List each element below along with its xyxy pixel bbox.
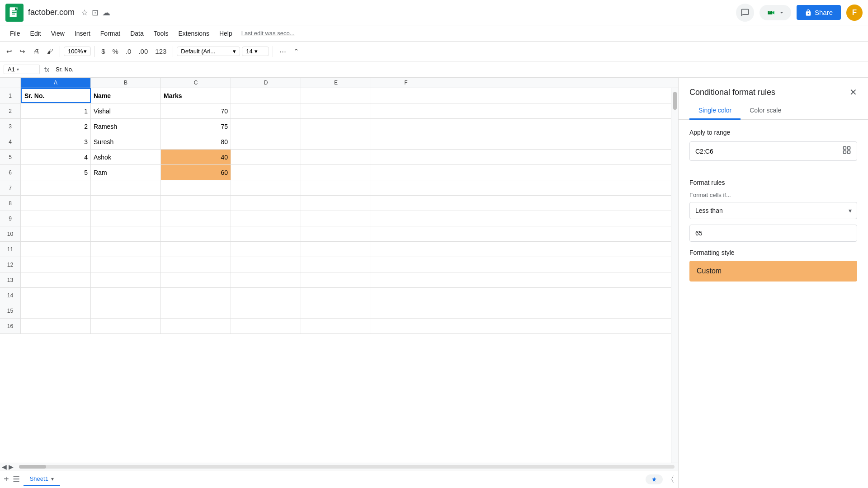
row-number[interactable]: 4 [0, 134, 21, 149]
cell-f1[interactable] [371, 88, 441, 103]
cell-a4[interactable]: 3 [21, 134, 91, 149]
share-button[interactable]: Share [797, 5, 841, 20]
number-format-button[interactable]: 123 [152, 46, 169, 57]
vertical-scroll-thumb[interactable] [673, 92, 677, 110]
row-number[interactable]: 12 [0, 257, 21, 272]
cell-c2[interactable]: 70 [161, 103, 231, 118]
col-header-f[interactable]: F [371, 78, 441, 88]
menu-file[interactable]: File [5, 28, 25, 39]
cell-c3[interactable]: 75 [161, 119, 231, 134]
comments-button[interactable] [736, 4, 754, 22]
cell-e4[interactable] [301, 134, 371, 149]
menu-extensions[interactable]: Extensions [174, 28, 213, 39]
tab-color-scale[interactable]: Color scale [741, 102, 790, 120]
cell-b1[interactable]: Name [91, 88, 161, 103]
add-sheet-button[interactable]: + [4, 474, 9, 484]
undo-button[interactable]: ↩ [4, 46, 15, 57]
meet-button[interactable] [760, 5, 791, 20]
row-number[interactable]: 6 [0, 165, 21, 180]
vertical-scrollbar[interactable] [671, 88, 678, 463]
cell-e2[interactable] [301, 103, 371, 118]
cell-d6[interactable] [231, 165, 301, 180]
cell-c5[interactable]: 40 [161, 150, 231, 164]
cell-c6[interactable]: 60 [161, 165, 231, 180]
cell-b2[interactable]: Vishal [91, 103, 161, 118]
decimal-more-button[interactable]: .00 [136, 46, 151, 57]
formula-input[interactable] [54, 65, 864, 74]
cell-b5[interactable]: Ashok [91, 150, 161, 164]
star-icon[interactable]: ☆ [81, 8, 88, 18]
percent-button[interactable]: % [110, 46, 121, 57]
horizontal-scroll-thumb[interactable] [19, 465, 46, 469]
print-button[interactable]: 🖨 [30, 46, 42, 57]
cell-e5[interactable] [301, 150, 371, 164]
row-number[interactable]: 13 [0, 272, 21, 287]
menu-help[interactable]: Help [215, 28, 237, 39]
menu-tools[interactable]: Tools [149, 28, 173, 39]
cell-f5[interactable] [371, 150, 441, 164]
cell-a3[interactable]: 2 [21, 119, 91, 134]
condition-select[interactable]: Is empty Is not empty Text contains Text… [689, 202, 857, 219]
cell-a7[interactable] [21, 180, 91, 195]
row-number[interactable]: 11 [0, 242, 21, 257]
row-number[interactable]: 16 [0, 319, 21, 333]
row-number[interactable]: 10 [0, 226, 21, 241]
row-number[interactable]: 1 [0, 88, 21, 103]
cell-b4[interactable]: Suresh [91, 134, 161, 149]
row-number[interactable]: 8 [0, 196, 21, 211]
menu-insert[interactable]: Insert [70, 28, 95, 39]
cell-c1[interactable]: Marks [161, 88, 231, 103]
cell-b3[interactable]: Ramesh [91, 119, 161, 134]
horizontal-scrollbar[interactable]: ◀ ▶ [0, 463, 678, 470]
font-family-select[interactable]: Default (Ari... ▾ [177, 47, 240, 56]
cell-e1[interactable] [301, 88, 371, 103]
condition-value-input[interactable] [689, 225, 857, 242]
menu-edit[interactable]: Edit [26, 28, 46, 39]
row-number[interactable]: 2 [0, 103, 21, 118]
col-header-e[interactable]: E [301, 78, 371, 88]
collapse-toolbar-button[interactable]: ⌃ [291, 46, 302, 57]
sheet-tab-sheet1[interactable]: Sheet1 ▾ [24, 473, 60, 486]
gemini-button[interactable] [646, 474, 663, 484]
collapse-sidebar-button[interactable]: 〈 [666, 474, 675, 485]
cell-reference-box[interactable]: A1 ▾ [4, 65, 40, 74]
cell-d4[interactable] [231, 134, 301, 149]
cell-a6[interactable]: 5 [21, 165, 91, 180]
cell-e6[interactable] [301, 165, 371, 180]
currency-button[interactable]: $ [99, 46, 108, 57]
col-header-b[interactable]: B [91, 78, 161, 88]
range-input[interactable] [695, 148, 839, 155]
cell-a2[interactable]: 1 [21, 103, 91, 118]
row-number[interactable]: 9 [0, 211, 21, 226]
menu-data[interactable]: Data [126, 28, 148, 39]
tab-single-color[interactable]: Single color [689, 102, 741, 120]
sheets-menu-button[interactable]: ☰ [13, 474, 20, 484]
cell-a1[interactable]: Sr. No. [21, 88, 91, 103]
cell-f2[interactable] [371, 103, 441, 118]
cloud-icon[interactable]: ☁ [102, 8, 110, 18]
more-options-button[interactable]: ⋯ [277, 46, 289, 57]
cell-c4[interactable]: 80 [161, 134, 231, 149]
cell-d1[interactable] [231, 88, 301, 103]
cell-d3[interactable] [231, 119, 301, 134]
col-header-a[interactable]: A [21, 78, 91, 88]
user-avatar[interactable]: F [846, 5, 863, 21]
close-panel-button[interactable]: ✕ [849, 87, 857, 98]
font-size-select[interactable]: 14 ▾ [242, 47, 269, 56]
col-header-d[interactable]: D [231, 78, 301, 88]
sheet-tab-arrow-icon[interactable]: ▾ [51, 476, 54, 482]
menu-view[interactable]: View [47, 28, 69, 39]
row-number[interactable]: 15 [0, 303, 21, 318]
row-number[interactable]: 3 [0, 119, 21, 134]
cell-b6[interactable]: Ram [91, 165, 161, 180]
cell-f6[interactable] [371, 165, 441, 180]
decimal-less-button[interactable]: .0 [123, 46, 134, 57]
cell-d2[interactable] [231, 103, 301, 118]
custom-style-button[interactable]: Custom [689, 261, 857, 282]
paint-format-button[interactable]: 🖌 [44, 46, 56, 57]
cell-d5[interactable] [231, 150, 301, 164]
row-number[interactable]: 7 [0, 180, 21, 195]
menu-format[interactable]: Format [96, 28, 125, 39]
redo-button[interactable]: ↪ [17, 46, 28, 57]
scroll-right-button[interactable]: ▶ [9, 463, 14, 470]
